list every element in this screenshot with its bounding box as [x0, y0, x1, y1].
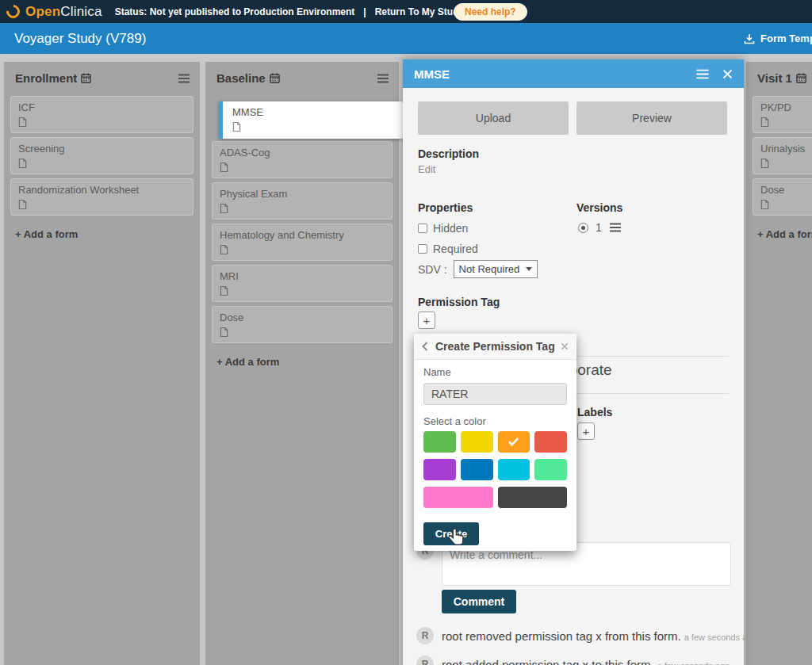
document-icon — [220, 285, 228, 296]
add-form-button[interactable]: + Add a form — [15, 228, 200, 240]
preview-button[interactable]: Preview — [576, 101, 727, 135]
document-icon — [220, 327, 228, 338]
document-icon — [18, 158, 27, 169]
description-label: Description — [418, 147, 479, 160]
column-menu-icon[interactable] — [178, 74, 190, 83]
study-title: Voyager Study (V789) — [14, 31, 146, 47]
labels-label: Labels — [577, 406, 612, 418]
comment-button[interactable]: Comment — [442, 590, 516, 613]
document-icon — [18, 199, 27, 210]
color-swatch-pink[interactable] — [423, 487, 493, 508]
activity-avatar: R — [416, 655, 434, 665]
edit-description-link[interactable]: Edit — [418, 163, 435, 175]
modal-header: MMSE — [403, 59, 744, 88]
color-swatch-blue[interactable] — [461, 459, 493, 480]
activity-time: a few seconds ago — [657, 661, 730, 665]
document-icon — [760, 117, 769, 128]
permission-tag-label: Permission Tag — [418, 296, 500, 308]
column-menu-icon[interactable] — [377, 74, 389, 83]
column-header: Baseline — [205, 62, 399, 96]
form-card-dose[interactable]: Dose — [212, 306, 393, 343]
form-card-pkpd[interactable]: PK/PD — [753, 96, 812, 133]
required-checkbox[interactable] — [418, 244, 427, 254]
checkmark-icon — [508, 438, 519, 446]
modal-menu-icon[interactable] — [695, 69, 710, 79]
document-icon — [220, 203, 228, 214]
column-header: Visit 1 — [746, 62, 812, 96]
form-card-physical-exam[interactable]: Physical Exam — [212, 182, 393, 220]
form-card-hematology-chemistry[interactable]: Hematology and Chemistry — [212, 224, 393, 261]
tag-name-input[interactable] — [423, 383, 567, 405]
form-card-randomization-worksheet[interactable]: Randomization Worksheet — [10, 178, 193, 216]
chevron-down-icon — [526, 267, 532, 271]
add-permission-tag-button[interactable]: + — [418, 311, 435, 329]
name-label: Name — [423, 366, 567, 378]
color-swatch-dark-gray[interactable] — [498, 487, 568, 508]
versions-label: Versions — [576, 201, 622, 214]
sdv-select[interactable]: Not Required — [454, 260, 538, 278]
column-enrollment: Enrollment ICF Screening Randomization W… — [4, 62, 200, 665]
document-icon — [220, 244, 228, 255]
color-swatch-orange-selected[interactable] — [498, 431, 530, 453]
document-icon — [18, 117, 27, 128]
add-form-button[interactable]: + Add a form — [216, 356, 399, 368]
form-card-dose[interactable]: Dose — [753, 178, 812, 216]
column-title: Enrollment — [15, 71, 91, 85]
sdv-label: SDV : — [418, 263, 447, 276]
form-card-screening[interactable]: Screening — [10, 137, 193, 174]
version-menu-icon[interactable] — [609, 223, 622, 232]
form-templates-label: Form Temp — [760, 32, 812, 44]
properties-label: Properties — [418, 201, 473, 214]
form-card-icf[interactable]: ICF — [10, 96, 193, 133]
add-label-button[interactable]: + — [577, 422, 595, 440]
column-baseline: Baseline ADAS-Cog Physical Exam Hematolo… — [205, 62, 399, 665]
color-swatch-yellow[interactable] — [461, 431, 493, 453]
column-header: Enrollment — [4, 62, 200, 96]
upload-button[interactable]: Upload — [418, 101, 569, 135]
need-help-button[interactable]: Need help? — [454, 3, 527, 21]
card-list: ICF Screening Randomization Worksheet — [4, 96, 200, 216]
version-row: 1 — [578, 221, 622, 234]
calendar-icon — [81, 73, 91, 83]
brand-clinica: Clinica — [60, 4, 102, 19]
document-icon — [220, 162, 228, 173]
form-card-mri[interactable]: MRI — [212, 265, 393, 302]
form-card-adas-cog[interactable]: ADAS-Cog — [212, 141, 393, 178]
column-title: Baseline — [216, 71, 280, 85]
select-color-label: Select a color — [423, 415, 567, 427]
document-icon — [232, 121, 241, 132]
column-title: Visit 1 — [757, 71, 806, 85]
required-checkbox-row[interactable]: Required — [418, 243, 478, 255]
column-visit-1: Visit 1 PK/PD Urinalysis Dose + Add a fo… — [746, 62, 812, 665]
color-swatch-red[interactable] — [534, 431, 567, 453]
mouse-pointer-icon — [446, 526, 467, 550]
add-form-button[interactable]: + Add a form — [757, 228, 812, 240]
publish-status-text: Status: Not yet published to Production … — [115, 6, 355, 17]
version-radio[interactable] — [578, 223, 588, 233]
selected-form-card-mmse[interactable]: MMSE — [219, 101, 403, 139]
sdv-selected-value: Not Required — [459, 263, 520, 275]
topbar-separator: | — [363, 6, 366, 17]
hidden-checkbox-row[interactable]: Hidden — [418, 222, 468, 235]
color-swatch-mint[interactable] — [534, 459, 567, 480]
form-templates-link[interactable]: Form Temp — [744, 32, 812, 44]
activity-time: a few seconds ago — [684, 633, 757, 642]
hidden-checkbox[interactable] — [418, 224, 427, 233]
color-swatch-grid — [423, 431, 567, 508]
modal-close-icon[interactable] — [722, 69, 733, 79]
activity-row: root removed permission tag x from this … — [442, 629, 757, 643]
form-card-urinalysis[interactable]: Urinalysis — [753, 137, 812, 174]
popup-title: Create Permission Tag — [435, 340, 555, 353]
activity-row: root added permission tag x to this form… — [442, 658, 730, 665]
popup-close-icon[interactable] — [561, 342, 569, 350]
required-label: Required — [433, 243, 478, 255]
color-swatch-purple[interactable] — [423, 459, 456, 480]
color-swatch-cyan[interactable] — [498, 459, 530, 480]
activity-text: root added permission tag x to this form… — [442, 658, 654, 665]
popup-header: Create Permission Tag — [414, 334, 576, 360]
color-swatch-green[interactable] — [423, 431, 456, 453]
calendar-icon — [796, 73, 806, 83]
modal-title: MMSE — [414, 67, 450, 81]
back-chevron-icon[interactable] — [422, 342, 428, 351]
openclinica-brand[interactable]: OpenClinica — [25, 4, 102, 20]
